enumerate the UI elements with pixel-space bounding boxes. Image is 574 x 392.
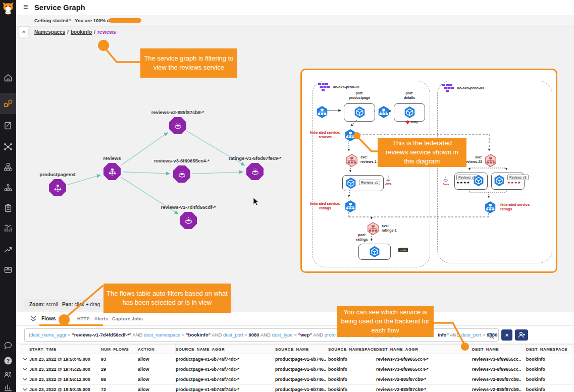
callout-federated-service: This is the federated reviews service sh… (378, 138, 466, 167)
nodejs-logo-badge: node (398, 248, 408, 252)
callout-backend-service: You can see which service is being used … (337, 306, 434, 337)
breadcrumb: Namespaces/bookinfo/reviews (34, 29, 116, 35)
users-icon[interactable] (4, 370, 13, 379)
graph-node-reviews_v2[interactable] (169, 117, 186, 134)
app-header: ≡ Service Graph (16, 0, 574, 16)
pan-hint-label: Pan: (62, 302, 73, 307)
tab-capture-jobs[interactable]: Capture Jobs (112, 316, 143, 321)
svc-reviews-23-icon (484, 154, 497, 167)
java-logo-icon (443, 176, 449, 182)
cell-source_name: productpage-v1-6b746.. (275, 367, 328, 372)
row-expander-icon[interactable] (20, 358, 29, 361)
cell-dest_name: reviews-v2-885f87cb8.. (472, 377, 526, 382)
cell-start_time: Jun 23, 2022 @ 19:56:12.000 (29, 377, 101, 382)
graph-node-reviews[interactable] (103, 163, 121, 180)
storage-icon[interactable] (4, 265, 13, 274)
flows-table: START_TIMENUM_FLOWSACTIONSOURCE_NAME_AGG… (20, 344, 574, 392)
clipboard-icon[interactable] (4, 204, 13, 213)
svc-reviews-1-icon (345, 154, 358, 167)
row-expander-icon[interactable] (20, 368, 29, 371)
row-expander-icon[interactable] (20, 388, 29, 391)
cell-source_name_aggr: productpage-v1-6b746f74dc-* (176, 387, 275, 392)
network-icon[interactable] (4, 142, 13, 151)
cell-num_flows: 72 (101, 387, 138, 392)
column-header-start_time[interactable]: START_TIME (29, 345, 101, 354)
trends-icon[interactable] (4, 245, 13, 254)
tab-http[interactable]: HTTP (77, 316, 90, 321)
cell-source_name: productpage-v1-6b746.. (275, 377, 328, 382)
graph-node-reviews_v3[interactable] (173, 165, 190, 183)
cell-start_time: Jun 23, 2022 @ 19:50:45.000 (29, 387, 101, 392)
cluster-icon (442, 83, 455, 92)
metrics-icon[interactable] (4, 224, 13, 233)
java-label: Java (443, 183, 449, 186)
clear-filter-button[interactable]: × (501, 329, 512, 341)
cell-dest_namespace: bookinfo (526, 357, 574, 362)
pan-hint-value: click + drag (74, 302, 100, 307)
column-header-dest_name_aggr[interactable]: DEST_NAME_AGGR (376, 345, 472, 354)
add-user-filter-button[interactable] (515, 329, 528, 341)
collapse-panel-icon[interactable] (29, 315, 37, 322)
stats-icon[interactable] (4, 383, 13, 392)
graph-node-productpageext[interactable] (49, 179, 66, 196)
column-header-dest_namespace[interactable]: DEST_NAMESPACE (526, 345, 574, 354)
breadcrumb-namespace-bookinfo[interactable]: bookinfo (71, 29, 92, 35)
flow-filter-row: (dest_name_aggr = "reviews-v1-7d4fd56cdf… (16, 326, 574, 344)
hamburger-menu-icon[interactable]: ≡ (23, 3, 28, 12)
flows-count-badge: 20 (59, 315, 70, 322)
table-row[interactable]: Jun 23, 2022 @ 19:56:12.00088allowproduc… (20, 374, 574, 384)
progress-bar (109, 18, 141, 23)
breadcrumb-namespaces[interactable]: Namespaces (34, 29, 65, 35)
cell-num_flows: 93 (101, 357, 138, 362)
row-expander-icon[interactable] (20, 378, 29, 381)
getting-started-bar: Getting started ∨ You are 100% done (16, 15, 574, 27)
service-hexagon-icon (377, 105, 390, 119)
table-row[interactable]: Jun 23, 2022 @ 19:45:25.00029allowproduc… (20, 364, 574, 374)
cell-dest_name_aggr: reviews-v3-6f69655cc4-* (376, 357, 472, 362)
search-icon[interactable] (488, 332, 494, 339)
cell-source_name_aggr: productpage-v1-6b746f74dc-* (176, 357, 275, 362)
sitemap-icon[interactable] (4, 162, 13, 172)
pod-hexagon-icon (473, 175, 485, 187)
pod-hexagon-icon (345, 177, 357, 189)
service-map-icon (4, 99, 13, 108)
getting-started-dropdown[interactable]: Getting started (34, 18, 69, 23)
column-header-action[interactable]: ACTION (138, 345, 176, 354)
cell-source_name_aggr: productpage-v1-6b746f74dc-* (176, 377, 275, 382)
column-header-source_name_aggr[interactable]: SOURCE_NAME_AGGR (176, 345, 275, 354)
java-label: Java (385, 182, 391, 185)
process-tree-icon[interactable] (4, 183, 13, 192)
column-header-dest_name[interactable]: DEST_NAME (472, 345, 526, 354)
cell-dest_name_aggr: reviews-v2-885f87cb8-* (376, 377, 472, 382)
tab-alerts[interactable]: Alerts (94, 316, 108, 321)
cell-start_time: Jun 23, 2022 @ 19:50:45.000 (29, 357, 101, 362)
breadcrumb-expand-icon[interactable]: » (19, 27, 28, 37)
cell-dest_name: reviews-v3-6f69655cc.. (472, 357, 526, 362)
active-tab-underline (39, 324, 103, 326)
page-title: Service Graph (34, 4, 85, 12)
cluster-icon (318, 82, 331, 91)
cell-dest_namespace: bookinfo (526, 387, 574, 392)
java-logo-icon (385, 175, 391, 182)
cell-start_time: Jun 23, 2022 @ 19:45:25.000 (29, 367, 101, 372)
chat-icon[interactable] (4, 341, 13, 350)
tab-flows[interactable]: Flows (41, 316, 56, 321)
cell-action: allow (138, 367, 176, 372)
cell-action: allow (138, 377, 176, 382)
cell-source_namespace: bookinfo (328, 377, 376, 382)
table-row[interactable]: Jun 23, 2022 @ 19:50:45.00072allowproduc… (20, 385, 574, 392)
column-header-num_flows[interactable]: NUM_FLOWS (101, 345, 138, 354)
column-header-source_namespace[interactable]: SOURCE_NAMESPACE (328, 345, 376, 354)
graph-node-reviews_v1[interactable] (180, 212, 197, 229)
chevron-down-icon[interactable]: ∨ (69, 18, 72, 22)
mouse-cursor (252, 197, 259, 208)
home-icon[interactable] (4, 73, 13, 82)
sidebar-item-service-map[interactable] (0, 93, 16, 114)
column-header-source_name[interactable]: SOURCE_NAME (275, 345, 328, 354)
table-row[interactable]: Jun 23, 2022 @ 19:50:45.00093allowproduc… (20, 354, 574, 364)
help-icon[interactable]: ? (4, 356, 13, 365)
reviews-v3-stars: ★★★★ (507, 181, 521, 185)
svg-text:?: ? (7, 358, 10, 364)
cell-dest_name: reviews-v2-885f87cb8.. (472, 387, 526, 392)
policy-editor-icon[interactable] (4, 121, 13, 130)
